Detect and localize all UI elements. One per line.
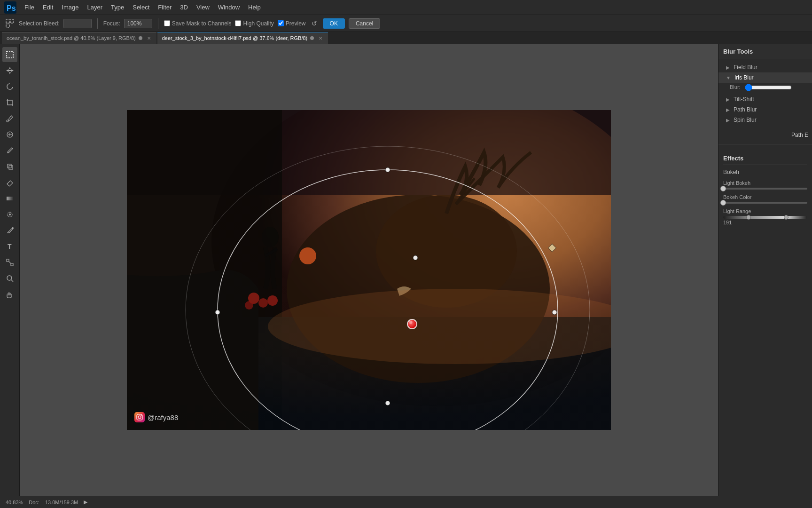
iris-blur-slider[interactable] (745, 84, 792, 91)
bokeh-color-thumb[interactable] (720, 200, 726, 206)
svg-text:T: T (8, 243, 12, 250)
menu-window[interactable]: Window (214, 2, 243, 13)
svg-point-46 (138, 416, 141, 419)
blur-tool-path[interactable]: ▶ Path Blur (718, 104, 812, 115)
reset-button[interactable]: ↺ (310, 19, 319, 28)
main-layout: T (0, 44, 812, 496)
zoom-level: 40.83% (6, 500, 23, 505)
eyedropper-tool[interactable] (2, 111, 17, 126)
tab-deer[interactable]: deer_stock_3_by_hotnstock-d4lfil7.psd @ … (157, 32, 328, 44)
menu-filter[interactable]: Filter (154, 2, 175, 13)
menu-3d[interactable]: 3D (176, 2, 192, 13)
tab-ocean[interactable]: ocean_by_toranih_stock.psd @ 40.8% (Laye… (2, 32, 156, 44)
pen-tool[interactable] (2, 223, 17, 238)
menu-select[interactable]: Select (129, 2, 153, 13)
options-toolbar: Selection Bleed: Focus: Save Mask to Cha… (0, 15, 812, 32)
path-tool[interactable] (2, 255, 17, 270)
save-mask-checkbox[interactable] (164, 20, 170, 26)
text-tool[interactable]: T (2, 239, 17, 254)
crop-tool[interactable] (2, 95, 17, 110)
preview-label: Preview (286, 20, 306, 27)
svg-point-19 (7, 276, 12, 280)
blur-tools-section: ▶ Field Blur ▼ Iris Blur Blur: ▶ Tilt-Sh… (718, 59, 812, 128)
zoom-tool[interactable] (2, 271, 17, 286)
selection-bleed-input[interactable] (63, 19, 92, 28)
menu-layer[interactable]: Layer (84, 2, 107, 13)
document-tabs: ocean_by_toranih_stock.psd @ 40.8% (Laye… (0, 32, 812, 44)
menu-help[interactable]: Help (244, 2, 265, 13)
light-range-track[interactable] (723, 216, 807, 219)
light-bokeh-label: Light Bokeh (723, 180, 807, 186)
menu-bar: Ps File Edit Image Layer Type Select Fil… (0, 0, 812, 15)
menu-file[interactable]: File (21, 2, 38, 13)
light-range-thumb-left[interactable] (746, 215, 751, 220)
move-tool[interactable] (2, 63, 17, 78)
blur-tool-tilt[interactable]: ▶ Tilt-Shift (718, 94, 812, 104)
right-panel: Blur Tools ▶ Field Blur ▼ Iris Blur Blur… (718, 44, 812, 496)
watermark: @rafya88 (134, 412, 178, 422)
save-mask-checkbox-label[interactable]: Save Mask to Channels (164, 20, 232, 27)
iris-blur-label: Iris Blur (734, 74, 754, 81)
eraser-tool[interactable] (2, 175, 17, 190)
menu-type[interactable]: Type (107, 2, 128, 13)
blur-tool[interactable] (2, 207, 17, 222)
canvas-image: @rafya88 (127, 110, 611, 430)
crop-icon (6, 98, 14, 107)
preview-checkbox-label[interactable]: Preview (278, 20, 306, 27)
status-arrow[interactable]: ▶ (84, 499, 87, 505)
doc-label: Doc: (29, 500, 39, 505)
ps-logo: Ps (4, 1, 17, 14)
watermark-text: @rafya88 (148, 413, 178, 421)
svg-rect-17 (11, 263, 13, 266)
high-quality-checkbox[interactable] (235, 20, 241, 26)
pen-icon (6, 226, 14, 235)
blur-tool-field[interactable]: ▶ Field Blur (718, 62, 812, 72)
doc-value: 13.0M/159.3M (45, 500, 78, 505)
hand-icon (6, 290, 14, 299)
svg-marker-6 (6, 67, 14, 74)
blur-tool-spin[interactable]: ▶ Spin Blur (718, 115, 812, 125)
healing-icon (6, 130, 14, 139)
tab-ocean-label: ocean_by_toranih_stock.psd @ 40.8% (Laye… (7, 35, 136, 41)
bokeh-label-row: Bokeh (723, 169, 807, 175)
tab-deer-label: deer_stock_3_by_hotnstock-d4lfil7.psd @ … (162, 35, 308, 41)
brush-icon (6, 146, 14, 155)
iris-blur-sublabel: Blur: (730, 84, 741, 90)
brush-tool[interactable] (2, 143, 17, 158)
field-blur-chevron: ▶ (726, 65, 730, 70)
blur-tool-iris[interactable]: ▼ Iris Blur (718, 72, 812, 83)
healing-tool[interactable] (2, 127, 17, 142)
instagram-icon (134, 412, 145, 422)
high-quality-checkbox-label[interactable]: High Quality (235, 20, 273, 27)
selection-tool[interactable] (2, 47, 17, 62)
clone-tool[interactable] (2, 159, 17, 174)
svg-point-47 (141, 415, 142, 416)
path-blur-chevron: ▶ (726, 107, 730, 112)
light-bokeh-track[interactable] (723, 188, 807, 190)
focus-input[interactable] (124, 19, 152, 28)
light-bokeh-thumb[interactable] (720, 186, 726, 191)
path-blur-label: Path Blur (734, 106, 757, 113)
menu-edit[interactable]: Edit (39, 2, 57, 13)
tab-ocean-close[interactable]: ✕ (146, 36, 152, 41)
svg-rect-11 (7, 197, 13, 200)
menu-view[interactable]: View (193, 2, 213, 13)
high-quality-label: High Quality (243, 20, 273, 27)
svg-rect-16 (7, 259, 9, 262)
gradient-tool[interactable] (2, 191, 17, 206)
deer-layer (248, 158, 611, 430)
lasso-tool[interactable] (2, 79, 17, 94)
light-range-thumb-right[interactable] (784, 215, 789, 220)
clone-icon (6, 162, 14, 171)
ok-button[interactable]: OK (323, 18, 345, 29)
tab-deer-close[interactable]: ✕ (318, 36, 323, 41)
bokeh-color-track[interactable] (723, 202, 807, 204)
hand-tool[interactable] (2, 287, 17, 302)
menu-image[interactable]: Image (58, 2, 82, 13)
move-icon (6, 66, 14, 75)
tab-ocean-modified (139, 36, 142, 40)
blur-icon (6, 210, 14, 219)
preview-checkbox[interactable] (278, 20, 284, 26)
svg-rect-5 (7, 51, 13, 58)
cancel-button[interactable]: Cancel (349, 18, 380, 29)
